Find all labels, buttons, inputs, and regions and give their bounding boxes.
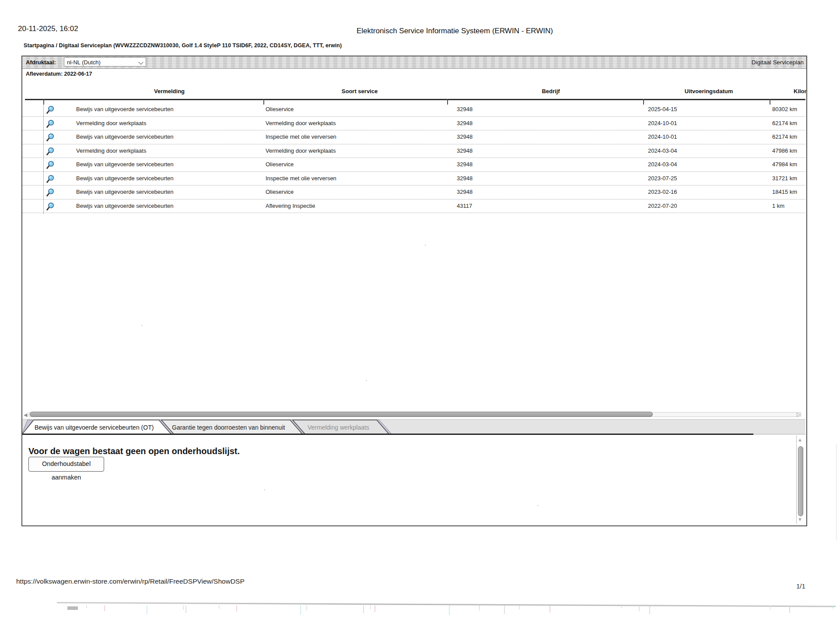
scroll-up-arrow-icon[interactable]: ▲ xyxy=(798,437,802,442)
table-row: Bewijs van uitgevoerde servicebeurten In… xyxy=(22,172,805,186)
cell-bedrijf: 32948 xyxy=(457,130,472,144)
cell-soort-service: Vermelding door werkplaats xyxy=(266,144,336,158)
column-tick xyxy=(770,99,770,105)
scan-edge-line xyxy=(836,444,836,540)
column-header: Bedrijf xyxy=(542,88,560,94)
cell-bedrijf: 32948 xyxy=(457,172,472,186)
scan-tick xyxy=(639,606,640,611)
scan-speck xyxy=(141,325,143,326)
cell-kilometerstand: 62174 km xyxy=(772,117,797,131)
zoom-magnifier-icon[interactable] xyxy=(46,105,55,115)
service-history-table: Bewijs van uitgevoerde servicebeurten Ol… xyxy=(22,103,805,213)
tab-strip-underline-light xyxy=(753,434,805,434)
cell-kilometerstand: 62174 km xyxy=(772,130,797,144)
scan-tick xyxy=(183,606,184,610)
scan-tick xyxy=(621,606,622,608)
scan-tick xyxy=(479,606,480,611)
cell-vermelding: Vermelding door werkplaats xyxy=(76,144,146,158)
cell-kilometerstand: 31721 km xyxy=(772,172,797,186)
cell-kilometerstand: 47984 km xyxy=(772,158,797,172)
table-header-underline xyxy=(25,99,805,100)
scroll-right-arrow-icon[interactable]: ▷ xyxy=(797,411,801,418)
cell-uitvoeringsdatum: 2023-07-25 xyxy=(648,172,677,186)
cell-bedrijf: 32948 xyxy=(457,186,472,200)
scan-tick xyxy=(236,606,237,612)
cell-soort-service: Aflevering Inspectie xyxy=(266,200,315,214)
tab-strip-underline xyxy=(22,434,753,435)
zoom-magnifier-icon[interactable] xyxy=(46,133,55,142)
cell-vermelding: Bewijs van uitgevoerde servicebeurten xyxy=(76,103,174,117)
zoom-magnifier-icon[interactable] xyxy=(46,160,55,170)
scroll-down-arrow-icon[interactable]: ▼ xyxy=(798,517,802,522)
tab-label-1[interactable]: Garantie tegen doorroesten van binnenuit xyxy=(172,424,285,431)
cell-soort-service: Inspectie met olie verversen xyxy=(266,130,336,144)
scan-tick xyxy=(789,606,790,613)
zoom-magnifier-icon[interactable] xyxy=(46,202,55,211)
cell-uitvoeringsdatum: 2024-03-04 xyxy=(648,144,677,158)
print-language-value: nl-NL (Dutch) xyxy=(67,59,101,66)
scan-tick xyxy=(147,606,147,614)
cell-bedrijf: 32948 xyxy=(457,158,472,172)
delivery-date: Afleverdatum: 2022-06-17 xyxy=(26,71,92,77)
scan-tick xyxy=(300,606,301,615)
cell-kilometerstand: 47986 km xyxy=(772,144,797,158)
cell-soort-service: Inspectie met olie verversen xyxy=(266,172,336,186)
scan-speck xyxy=(264,489,265,490)
scan-tick xyxy=(363,606,364,613)
zoom-magnifier-icon[interactable] xyxy=(46,147,55,156)
table-row: Bewijs van uitgevoerde servicebeurten In… xyxy=(22,130,805,144)
scan-speck xyxy=(366,380,367,381)
column-header: Uitvoeringsdatum xyxy=(685,88,733,94)
cell-uitvoeringsdatum: 2024-03-04 xyxy=(648,158,677,172)
cell-bedrijf: 32948 xyxy=(457,117,472,131)
scan-tick xyxy=(306,606,307,610)
column-header: Soort service xyxy=(342,88,378,94)
cell-vermelding: Vermelding door werkplaats xyxy=(76,117,146,131)
create-maintenance-table-button[interactable]: Onderhoudstabel aanmaken xyxy=(28,457,104,472)
tab-label-2[interactable]: Vermelding werkplaats xyxy=(308,424,369,431)
scan-tick xyxy=(770,606,771,610)
scan-tick xyxy=(104,606,105,611)
zoom-magnifier-icon[interactable] xyxy=(46,174,55,184)
zoom-magnifier-icon[interactable] xyxy=(46,188,55,197)
cell-kilometerstand: 18415 km xyxy=(772,186,797,200)
cell-vermelding: Bewijs van uitgevoerde servicebeurten xyxy=(76,172,174,186)
vertical-scrollbar-thumb[interactable] xyxy=(798,446,803,516)
print-language-label: Afdruktaal: xyxy=(26,56,56,68)
table-row: Bewijs van uitgevoerde servicebeurten Af… xyxy=(22,200,805,214)
scroll-left-arrow-icon[interactable]: ◀ xyxy=(24,411,27,418)
horizontal-scrollbar-thumb[interactable] xyxy=(30,412,653,417)
cell-vermelding: Bewijs van uitgevoerde servicebeurten xyxy=(76,158,174,172)
cell-vermelding: Bewijs van uitgevoerde servicebeurten xyxy=(76,200,174,214)
table-row: Vermelding door werkplaats Vermelding do… xyxy=(22,117,805,131)
table-row: Bewijs van uitgevoerde servicebeurten Ol… xyxy=(22,103,805,117)
scan-tick xyxy=(449,606,450,615)
scan-tick xyxy=(550,606,550,612)
column-tick xyxy=(43,99,44,105)
cell-kilometerstand: 80302 km xyxy=(772,103,797,117)
column-tick xyxy=(263,99,264,105)
cell-soort-service: Olieservice xyxy=(266,186,294,200)
column-header: Vermelding xyxy=(154,88,185,94)
tab-strip: Vermelding werkplaatsGarantie tegen door… xyxy=(22,419,805,434)
table-row: Vermelding door werkplaats Vermelding do… xyxy=(22,144,805,158)
cell-uitvoeringsdatum: 2024-10-01 xyxy=(648,117,677,131)
main-frame: Afdruktaal: nl-NL (Dutch) Digitaal Servi… xyxy=(21,56,807,526)
toolbar: Afdruktaal: nl-NL (Dutch) Digitaal Servi… xyxy=(22,56,806,69)
breadcrumb[interactable]: Startpagina / Digitaal Serviceplan (WVWZ… xyxy=(24,42,342,49)
scan-tick xyxy=(504,606,505,614)
cell-uitvoeringsdatum: 2025-04-15 xyxy=(648,103,677,117)
cell-vermelding: Bewijs van uitgevoerde servicebeurten xyxy=(76,130,174,144)
cell-bedrijf: 43117 xyxy=(457,200,472,214)
table-row: Bewijs van uitgevoerde servicebeurten Ol… xyxy=(22,158,805,172)
cell-soort-service: Olieservice xyxy=(266,158,294,172)
zoom-magnifier-icon[interactable] xyxy=(46,119,55,129)
scanned-service-plan-page: 20-11-2025, 16:02 Elektronisch Service I… xyxy=(0,0,840,630)
vertical-scrollbar-border xyxy=(796,435,797,524)
print-language-select[interactable]: nl-NL (Dutch) xyxy=(64,57,146,66)
scan-artifact-line xyxy=(57,602,836,607)
column-header-kilometerstand: Kilometerstand xyxy=(794,88,806,94)
cell-uitvoeringsdatum: 2023-02-16 xyxy=(648,186,677,200)
no-open-maintenance-message: Voor de wagen bestaat geen open onderhou… xyxy=(28,446,240,456)
tab-label-0[interactable]: Bewijs van uitgevoerde servicebeurten (O… xyxy=(35,424,154,431)
